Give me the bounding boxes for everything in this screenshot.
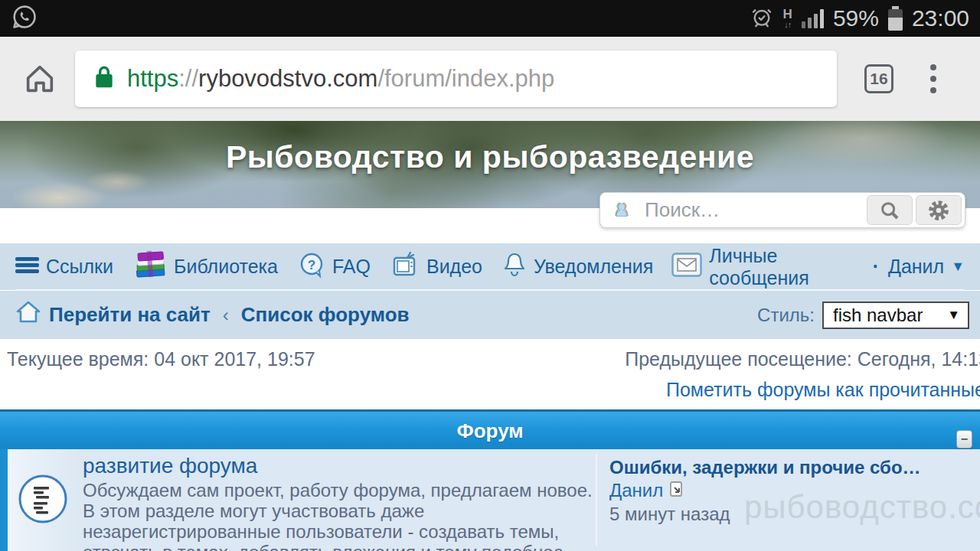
site-header: Рыбоводство и рыборазведение (0, 121, 980, 243)
site-title: Рыбоводство и рыборазведение (0, 139, 980, 175)
url-text: https://rybovodstvo.com/forum/index.php (127, 65, 554, 93)
goto-last-post-icon[interactable] (669, 481, 684, 500)
hamburger-icon (15, 256, 39, 279)
browser-menu-button[interactable] (930, 64, 936, 93)
browser-toolbar: https://rybovodstvo.com/forum/index.php … (0, 37, 980, 121)
nav-item-notifications[interactable]: Уведомления (502, 251, 653, 283)
nav-label-video: Видео (426, 256, 482, 278)
tab-switcher-button[interactable]: 16 (864, 64, 893, 93)
home-button[interactable] (18, 61, 61, 96)
last-post-time: 5 минут назад (609, 504, 980, 525)
books-icon (133, 249, 167, 285)
status-bar: H ↓↑ 59% 23:00 (0, 0, 980, 37)
forum-section-title: Форум (0, 419, 980, 443)
svg-text:?: ? (308, 258, 315, 272)
chevron-down-icon: ▼ (951, 259, 965, 275)
breadcrumb-separator: ‹ (223, 305, 229, 326)
forum-row: развитие форума Обсуждаем сам проект, ра… (8, 449, 980, 551)
breadcrumb-row: Перейти на сайт ‹ Список форумов Стиль: … (0, 291, 980, 339)
breadcrumb: Перейти на сайт ‹ Список форумов (15, 300, 410, 330)
forum-description: Обсуждаем сам проект, работу форума, пре… (83, 480, 594, 551)
forum-status-cell (8, 449, 78, 551)
current-time-text: Текущее время: 04 окт 2017, 19:57 (7, 348, 315, 370)
nav-label-faq: FAQ (332, 256, 371, 278)
search-submit-button[interactable] (867, 195, 913, 225)
nav-item-library[interactable]: Библиотека (133, 249, 278, 285)
forum-section-body: развитие форума Обсуждаем сам проект, ра… (0, 449, 980, 551)
nav-item-user-menu[interactable]: Данил ▼ (888, 256, 965, 278)
signal-strength-icon (802, 8, 824, 28)
home-house-icon (15, 300, 41, 330)
question-circle-icon: ? (298, 251, 325, 283)
username-label: Данил (888, 256, 944, 278)
nav-label-library: Библиотека (174, 256, 278, 278)
status-clock: 23:00 (912, 5, 969, 31)
alarm-clock-icon (750, 5, 774, 32)
session-meta: Текущее время: 04 окт 2017, 19:57 Предыд… (0, 339, 980, 409)
mark-forums-read-link[interactable]: Пометить форумы как прочитанные (666, 379, 980, 401)
forum-navbar: Ссылки Библиотека (0, 243, 980, 290)
style-label: Стиль: (757, 305, 815, 326)
bell-icon (502, 251, 527, 283)
network-type-indicator: H ↓↑ (783, 8, 792, 29)
last-post-cell: Ошибки, задержки и прочие сбо… Данил 5 м… (597, 449, 980, 551)
tab-count: 16 (870, 70, 887, 88)
search-box (599, 192, 965, 228)
nav-separator-dot: · (873, 256, 879, 278)
select-caret-icon: ▼ (947, 308, 960, 323)
nav-label-links: Ссылки (46, 256, 113, 278)
nav-item-private-messages[interactable]: Личные сообщения (671, 245, 854, 289)
previous-visit-text: Предыдущее посещение: Сегодня, 14:13 (625, 348, 980, 370)
style-select[interactable]: fish navbar ▼ (822, 302, 969, 329)
last-post-title-link[interactable]: Ошибки, задержки и прочие сбо… (609, 457, 980, 478)
battery-percent: 59% (833, 5, 879, 31)
forum-topic-icon (18, 474, 68, 527)
envelope-icon (671, 253, 702, 282)
nav-item-faq[interactable]: ? FAQ (298, 251, 371, 283)
members-icon (609, 197, 634, 223)
whatsapp-icon (11, 3, 38, 34)
https-lock-icon (93, 65, 115, 93)
search-settings-button[interactable] (916, 195, 962, 225)
nav-item-video[interactable]: Видео (390, 250, 482, 284)
forum-title-link[interactable]: развитие форума (83, 454, 596, 478)
collapse-section-button[interactable]: − (956, 430, 972, 448)
url-bar[interactable]: https://rybovodstvo.com/forum/index.php (75, 51, 837, 107)
nav-label-private-messages: Личные сообщения (709, 245, 854, 289)
style-select-value: fish navbar (833, 305, 923, 326)
last-post-author-link[interactable]: Данил (609, 480, 663, 501)
tv-icon (390, 250, 420, 284)
nav-label-notifications: Уведомления (534, 256, 653, 278)
forum-section-header: Форум − (0, 409, 980, 449)
forum-info-cell: развитие форума Обсуждаем сам проект, ра… (78, 449, 596, 551)
breadcrumb-forum-list[interactable]: Список форумов (241, 303, 410, 327)
breadcrumb-go-to-site[interactable]: Перейти на сайт (49, 303, 211, 327)
search-input[interactable] (645, 198, 864, 222)
nav-item-links[interactable]: Ссылки (15, 256, 113, 279)
battery-icon (888, 6, 903, 31)
android-browser-screen: H ↓↑ 59% 23:00 (0, 0, 980, 551)
